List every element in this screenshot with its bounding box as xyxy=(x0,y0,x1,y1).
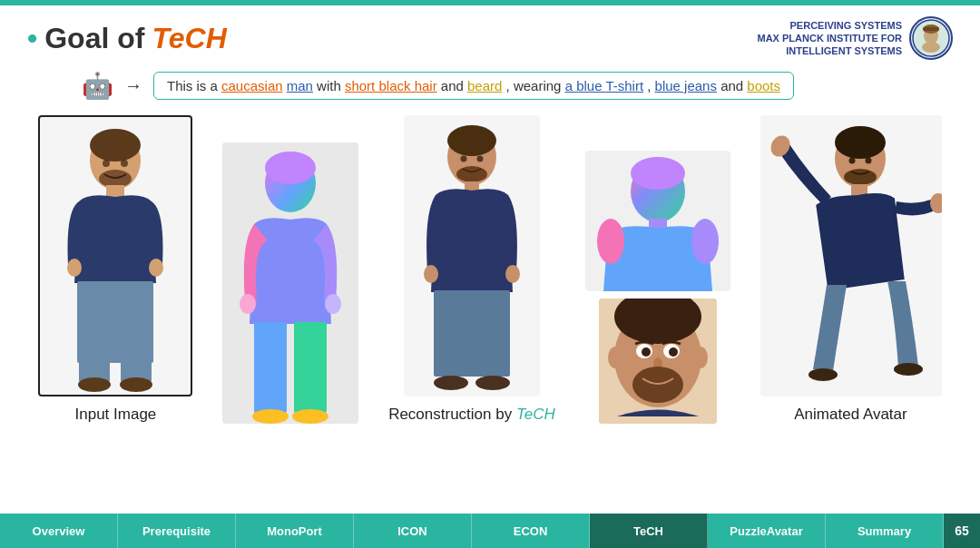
svg-point-49 xyxy=(608,347,622,368)
svg-point-10 xyxy=(67,259,82,277)
nav-econ[interactable]: ECON xyxy=(472,514,590,548)
reconstruction-normals-col xyxy=(222,142,358,424)
bottom-nav: Overview Prerequisite MonoPort ICON ECON… xyxy=(0,514,980,548)
animated-col: Animated Avatar xyxy=(760,115,942,424)
logo-area: PERCEIVING SYSTEMS MAX PLANCK INSTITUTE … xyxy=(758,16,954,60)
svg-point-37 xyxy=(475,376,510,390)
caption-part5: and xyxy=(720,78,747,93)
reconstruction-tech-label: TeCH xyxy=(516,406,555,423)
caption-part1: with xyxy=(317,78,345,93)
svg-point-38 xyxy=(460,156,466,162)
svg-point-50 xyxy=(693,347,708,368)
svg-point-42 xyxy=(631,157,685,190)
images-row: Input Image xyxy=(27,115,953,424)
nav-icon[interactable]: ICON xyxy=(354,514,472,548)
nav-overview[interactable]: Overview xyxy=(0,514,118,548)
input-figure-svg xyxy=(43,120,188,392)
svg-rect-12 xyxy=(77,281,153,363)
input-image-label: Input Image xyxy=(75,406,157,424)
caption-part2: and xyxy=(441,78,467,93)
slide: • Goal of TeCH PERCEIVING SYSTEMS MAX PL… xyxy=(0,0,980,548)
caption-man: man xyxy=(287,78,313,93)
title-tech: TeCH xyxy=(152,22,226,55)
nav-puzzleavatar[interactable]: PuzzleAvatar xyxy=(708,514,826,548)
svg-point-44 xyxy=(597,219,624,264)
caption-shirt: a blue T-shirt xyxy=(565,78,643,93)
svg-point-18 xyxy=(121,160,128,167)
title-row: • Goal of TeCH PERCEIVING SYSTEMS MAX PL… xyxy=(27,16,953,60)
caption-part3: , wearing xyxy=(506,78,565,93)
svg-point-24 xyxy=(252,409,289,424)
svg-point-31 xyxy=(456,166,487,182)
svg-point-4 xyxy=(922,42,940,53)
animated-label: Animated Avatar xyxy=(794,406,906,424)
reconstruction-image xyxy=(404,115,540,396)
svg-point-53 xyxy=(642,347,651,357)
svg-point-16 xyxy=(120,377,152,392)
svg-point-26 xyxy=(240,294,256,314)
nav-summary[interactable]: Summary xyxy=(826,514,944,548)
nav-monoport[interactable]: MonoPort xyxy=(236,514,354,548)
svg-rect-35 xyxy=(434,290,510,377)
svg-rect-22 xyxy=(254,322,287,413)
svg-point-7 xyxy=(90,129,141,161)
reconstruction-label: Reconstruction by TeCH xyxy=(388,406,555,424)
robot-icon: 🤖 xyxy=(82,71,113,101)
caption-part4: , xyxy=(647,78,654,93)
bust-image xyxy=(585,151,730,291)
svg-point-27 xyxy=(325,294,341,314)
input-image xyxy=(38,115,192,396)
arrow-icon: → xyxy=(124,75,142,96)
svg-point-34 xyxy=(505,265,520,283)
face-svg xyxy=(599,298,717,424)
page-number: 65 xyxy=(944,514,980,548)
title-prefix: Goal of xyxy=(44,22,144,55)
caption-boots: boots xyxy=(747,78,780,93)
svg-point-15 xyxy=(78,377,111,392)
input-image-col: Input Image xyxy=(38,115,192,424)
bullet-dot: • xyxy=(27,22,37,55)
svg-point-60 xyxy=(844,169,877,185)
logo-icon xyxy=(911,18,951,58)
animated-image xyxy=(760,115,942,396)
svg-rect-23 xyxy=(294,322,327,413)
svg-point-64 xyxy=(808,368,838,381)
animated-svg xyxy=(760,115,942,396)
normals-image xyxy=(222,142,358,424)
page-title: • Goal of TeCH xyxy=(27,22,227,55)
svg-point-11 xyxy=(149,259,163,277)
svg-point-67 xyxy=(865,158,871,164)
svg-rect-3 xyxy=(923,27,939,31)
main-content: • Goal of TeCH PERCEIVING SYSTEMS MAX PL… xyxy=(0,0,980,514)
nav-prerequisite[interactable]: Prerequisite xyxy=(118,514,236,548)
caption-beard: beard xyxy=(467,78,502,93)
svg-point-59 xyxy=(835,126,886,159)
normals-svg xyxy=(222,142,358,424)
caption-hair: short black hair xyxy=(345,78,437,93)
reconstruction-col: Reconstruction by TeCH xyxy=(388,115,555,424)
caption-prefix: This is a xyxy=(167,78,221,93)
caption-bar: 🤖 → This is a caucasian man with short b… xyxy=(82,71,953,101)
svg-point-21 xyxy=(265,152,316,184)
caption-box: This is a caucasian man with short black… xyxy=(153,72,794,100)
caption-caucasian: caucasian xyxy=(221,78,283,93)
svg-point-33 xyxy=(424,265,438,283)
svg-point-30 xyxy=(447,125,496,156)
reconstruction-svg xyxy=(404,115,540,396)
svg-point-39 xyxy=(476,156,483,162)
svg-point-65 xyxy=(894,363,923,376)
bust-svg xyxy=(585,151,730,291)
svg-point-45 xyxy=(691,219,719,264)
logo-circle xyxy=(909,16,953,60)
svg-point-36 xyxy=(434,376,468,390)
face-image xyxy=(599,298,717,424)
caption-jeans: blue jeans xyxy=(655,78,717,93)
svg-point-25 xyxy=(292,409,328,424)
nav-tech[interactable]: TeCH xyxy=(590,514,708,548)
logo-text: PERCEIVING SYSTEMS MAX PLANCK INSTITUTE … xyxy=(758,19,903,58)
svg-point-17 xyxy=(103,160,110,167)
svg-point-54 xyxy=(669,347,678,357)
svg-point-66 xyxy=(848,158,855,164)
bust-col xyxy=(585,151,730,424)
